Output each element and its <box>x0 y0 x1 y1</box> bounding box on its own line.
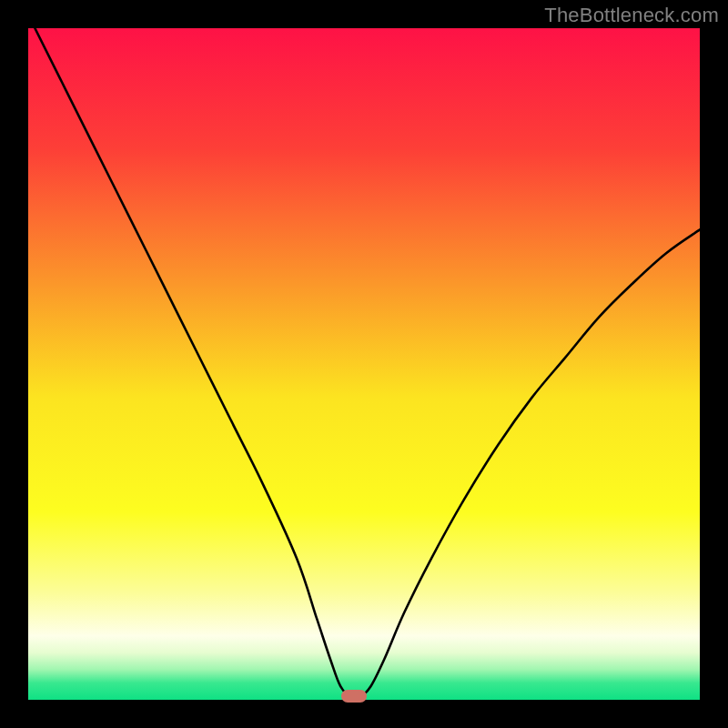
optimum-marker <box>341 690 367 703</box>
watermark-text: TheBottleneck.com <box>544 4 719 27</box>
gradient-background <box>28 28 700 700</box>
bottleneck-plot <box>28 28 700 700</box>
chart-frame: TheBottleneck.com <box>0 0 728 728</box>
